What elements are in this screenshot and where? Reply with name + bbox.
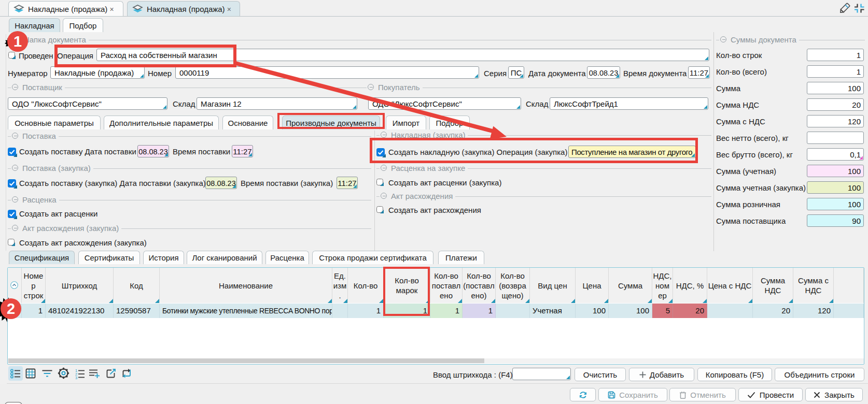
svg-text:3: 3: [75, 376, 77, 379]
